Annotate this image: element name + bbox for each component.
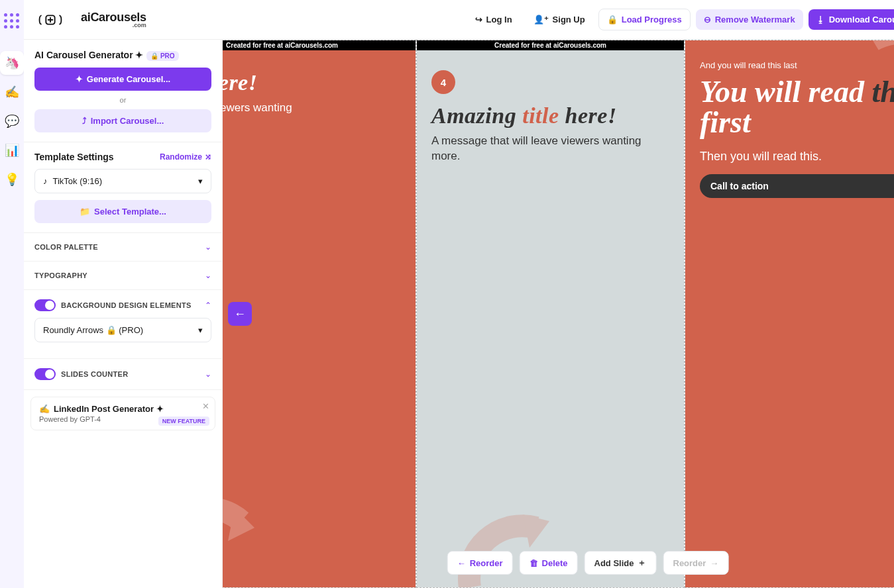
shuffle-icon: ⤮ (205, 152, 211, 162)
select-template-button[interactable]: 📁Select Template... (34, 200, 211, 223)
watermark-bar: Created for free at aiCarousels.com (223, 40, 416, 50)
login-icon: ↪ (475, 15, 482, 24)
promo-card[interactable]: ✕ ✍️LinkedIn Post Generator ✦ Powered by… (30, 397, 215, 430)
plus-icon: ＋ (638, 557, 646, 569)
delete-slide-button[interactable]: 🗑Delete (520, 551, 578, 575)
remove-icon: ⊖ (704, 15, 711, 24)
slide-subtext: Then you will read this. (700, 150, 894, 164)
signup-icon: 👤⁺ (533, 15, 549, 24)
slides-counter-toggle[interactable] (34, 368, 56, 380)
chevron-down-icon: ⌄ (205, 369, 211, 379)
grip-icon[interactable] (4, 13, 20, 29)
remove-watermark-button[interactable]: ⊖Remove Watermark (696, 9, 803, 30)
chevron-down-icon: ▾ (198, 176, 203, 186)
rail-item-1[interactable]: ✍️ (0, 80, 24, 104)
chevron-down-icon: ⌄ (205, 271, 211, 280)
arrow-left-icon: ← (457, 558, 466, 568)
slide-number-badge: 4 (431, 70, 455, 94)
folder-icon: 📁 (80, 207, 90, 217)
download-icon: ⭳ (816, 15, 825, 24)
watermark-bar: Created for free at aiCarousels.com (417, 40, 684, 50)
chevron-down-icon: ⌄ (205, 242, 211, 252)
promo-badge: NEW FEATURE (158, 416, 209, 426)
ai-generator-title: AI Carousel Generator ✦ (34, 50, 144, 60)
chevron-down-icon: ▾ (198, 325, 203, 335)
chevron-up-icon: ⌃ (205, 301, 211, 310)
cta-button[interactable]: Call to action (700, 174, 894, 198)
accordion-typography[interactable]: TYPOGRAPHY ⌄ (24, 262, 222, 290)
upload-icon: ⤴ (82, 116, 87, 126)
reorder-left-button[interactable]: ←Reorder (447, 551, 513, 575)
rail-item-3[interactable]: 📊 (0, 138, 24, 162)
template-settings-title: Template Settings (34, 152, 114, 162)
pro-badge: 🔒PRO (146, 51, 179, 61)
rail-item-4[interactable]: 💡 (0, 168, 24, 191)
bg-elements-toggle[interactable] (34, 299, 56, 311)
randomize-button[interactable]: Randomize ⤮ (160, 152, 211, 162)
rail-item-2[interactable]: 💬 (0, 109, 24, 133)
prev-slide-button[interactable]: ← (228, 302, 252, 326)
slide-body-text: will leave viewers wanting (223, 101, 401, 116)
bg-element-value: Roundly Arrows 🔒 (PRO) (43, 325, 143, 335)
left-rail: 🦄 ✍️ 💬 📊 💡 (0, 0, 24, 588)
lock-icon: 🔒 (607, 15, 618, 24)
import-carousel-button[interactable]: ⤴Import Carousel... (34, 109, 211, 132)
slide-title: Amazing title here! (431, 103, 669, 128)
arrow-right-icon: → (710, 558, 718, 568)
arrow-deco-icon (840, 40, 894, 146)
close-icon[interactable]: ✕ (202, 401, 209, 411)
load-progress-button[interactable]: 🔒Load Progress (598, 9, 691, 30)
reorder-right-button[interactable]: Reorder→ (663, 551, 728, 575)
accordion-color-palette[interactable]: COLOR PALETTE ⌄ (24, 233, 222, 262)
topbar: aiCarousels .com ↪Log In 👤⁺Sign Up 🔒Load… (24, 0, 894, 40)
logo[interactable]: aiCarousels .com (37, 11, 146, 28)
sparkle-icon: ✦ (76, 74, 83, 84)
or-divider: or (34, 96, 211, 104)
lock-small-icon: 🔒 (150, 52, 158, 60)
trash-icon: 🗑 (530, 558, 538, 568)
login-button[interactable]: ↪Log In (467, 9, 520, 30)
add-slide-button[interactable]: Add Slide＋ (585, 551, 657, 575)
slide-current[interactable]: Created for free at aiCarousels.com 4 Am… (416, 40, 685, 588)
rail-item-0[interactable]: 🦄 (0, 51, 24, 75)
slide-next[interactable]: And you will read this last You will rea… (685, 40, 894, 588)
pencil-emoji-icon: ✍️ (39, 404, 50, 414)
slide-title: title here! (223, 70, 401, 95)
aspect-value: TikTok (9:16) (53, 176, 103, 186)
download-carousel-button[interactable]: ⭳Download Carousel (809, 9, 894, 30)
tiktok-icon: ♪ (43, 176, 48, 186)
arrow-deco-icon (223, 481, 274, 587)
aspect-ratio-select[interactable]: ♪TikTok (9:16) ▾ (34, 169, 211, 193)
slide-body-text: A message that will leave viewers wantin… (431, 134, 669, 164)
bg-element-select[interactable]: Roundly Arrows 🔒 (PRO) ▾ (34, 318, 211, 342)
logo-mark-icon (37, 11, 77, 28)
accordion-slides-counter[interactable]: SLIDES COUNTER ⌄ (24, 359, 222, 390)
generate-carousel-button[interactable]: ✦Generate Carousel... (34, 68, 211, 91)
signup-button[interactable]: 👤⁺Sign Up (526, 9, 593, 30)
accordion-bg-elements: BACKGROUND DESIGN ELEMENTS ⌃ Roundly Arr… (24, 290, 222, 359)
sidebar: AI Carousel Generator ✦ 🔒PRO ✦Generate C… (24, 40, 223, 588)
slide-toolbar: ←Reorder 🗑Delete Add Slide＋ Reorder→ (447, 551, 729, 575)
canvas: ← → Created for free at aiCarousels.com … (223, 40, 894, 588)
